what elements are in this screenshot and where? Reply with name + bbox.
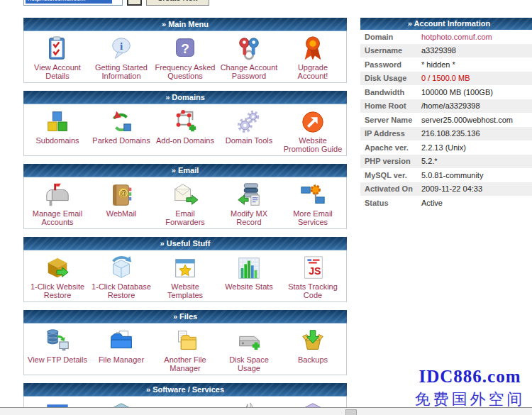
menu-item-label: Parked Domains [91,136,151,145]
menu-item-label: View FTP Details [26,355,89,364]
folder-blue-icon [108,327,135,355]
svg-text:?: ? [181,41,189,56]
question-mark-icon: ? [172,35,199,63]
award-ribbon-icon [299,35,326,63]
account-info-row: Activated On2009-11-22 04:33 [360,182,532,197]
menu-item[interactable]: Modify MX Record [217,181,281,226]
account-information-panel: » Account Information Domainhotphoto.com… [360,18,532,210]
menu-item[interactable]: Website Promotion Guide [281,108,345,153]
account-info-row: Usernamea3329398 [360,44,532,58]
create-new-button[interactable]: Create New [146,0,209,6]
svg-text:@: @ [120,189,128,197]
menu-item[interactable]: ?Frequency Asked Questions [153,35,217,80]
js-tracking-icon: JS [299,254,326,282]
menu-item[interactable]: Manage Email Accounts [26,181,89,226]
account-info-row: Apache ver.2.2.13 (Unix) [360,140,532,155]
menu-item-label: Subdomains [34,136,80,145]
menu-item[interactable]: 1-Click Database Restore [89,254,153,299]
account-info-value: * hidden * [421,60,455,69]
account-info-value: server25.000webhost.com [421,116,513,124]
account-select[interactable]: hotphoto.comuf.com [23,0,123,6]
menu-item[interactable]: Change Account Password [217,35,281,80]
account-info-label: MySQL ver. [360,171,421,179]
menu-item-label: Add-on Domains [155,136,216,145]
account-info-label: Bandwidth [360,88,421,96]
account-information-header: » Account Information [360,18,532,30]
menu-item-label: Domain Tools [224,136,274,145]
account-info-value[interactable]: hotphoto.comuf.com [421,33,492,41]
menu-item-label: Website Stats [223,282,275,291]
menu-item[interactable]: View FTP Details [26,327,89,372]
menu-item[interactable]: Parked Domains [89,108,153,153]
email-services-icon [299,181,326,209]
menu-item[interactable]: View Account Details [26,35,89,80]
website-restore-icon [44,254,71,282]
menu-item-label: Website Promotion Guide [281,136,345,153]
menu-item[interactable]: Upgrade Account! [281,35,345,80]
menu-item[interactable]: Backups [281,327,345,372]
account-info-value: Active [421,199,443,207]
account-info-row: Bandwidth100000 MB (100GB) [360,85,532,99]
menu-item[interactable]: Disk Space Usage [217,327,281,372]
watermark: IDC886.com 免费国外空间 [408,367,532,410]
section-body: SubdomainsParked DomainsAdd-on DomainsDo… [23,104,347,156]
account-info-row: PHP version5.2.* [360,155,532,169]
section-header: » Main Menu [23,18,347,31]
ftp-sync-icon [44,327,71,355]
section-body: View Account DetailsiGetting Started Inf… [23,31,347,83]
account-info-label: IP Address [360,129,421,138]
section-main-menu: » Main MenuView Account DetailsiGetting … [23,18,347,83]
bar-chart-icon [235,254,262,282]
menu-item-label: View Account Details [26,63,89,80]
section-useful-stuff: » Useful Stuff1-Click Website Restore1-C… [23,237,347,302]
menu-item-label: Stats Tracking Code [281,282,345,299]
section-email: » EmailManage Email Accounts@WebMailEmai… [23,164,347,229]
menu-item-label: Modify MX Record [217,209,281,226]
account-info-value: 5.0.81-community [421,171,483,179]
account-info-label: Status [360,199,421,207]
menu-item[interactable]: Website Stats [217,254,281,299]
account-info-label: Apache ver. [360,143,421,152]
menu-item[interactable]: File Manager [89,327,153,372]
account-info-value: 2.2.13 (Unix) [421,143,466,152]
menu-item-label: Manage Email Accounts [26,209,89,226]
account-info-value: a3329398 [421,46,456,55]
menu-item-label: Email Forwarders [153,209,217,226]
section-files: » FilesView FTP DetailsFile ManagerAnoth… [23,310,347,375]
menu-item[interactable]: Email Forwarders [153,181,217,226]
account-info-row: Domainhotphoto.comuf.com [360,30,532,44]
section-body: Manage Email Accounts@WebMailEmail Forwa… [23,177,347,229]
account-switcher-bar: hotphoto.comuf.com Go Create New [23,0,209,6]
horizontal-scrollbar-thumb[interactable] [345,409,357,415]
menu-item[interactable]: Website Templates [153,254,217,299]
menu-item-label: Disk Space Usage [217,355,281,372]
account-info-label: Domain [360,33,421,41]
menu-item[interactable]: JSStats Tracking Code [281,254,345,299]
menu-item[interactable]: Add-on Domains [153,108,217,153]
envelope-forward-icon [172,181,199,209]
menu-item[interactable]: iGetting Started Information [89,35,153,80]
section-domains: » DomainsSubdomainsParked DomainsAdd-on … [23,91,347,156]
menu-item[interactable]: Domain Tools [217,108,281,153]
menu-item-label: WebMail [105,209,138,218]
go-button[interactable]: Go [127,0,142,6]
svg-text:JS: JS [309,265,321,277]
account-select-value: hotphoto.comuf.com [26,0,112,4]
account-info-label: Server Name [360,116,421,124]
account-info-value: 2009-11-22 04:33 [421,184,482,193]
svg-text:i: i [120,40,123,52]
account-info-value: 5.2.* [421,157,438,165]
menu-item[interactable]: @WebMail [89,181,153,226]
account-information-rows: Domainhotphoto.comuf.comUsernamea3329398… [360,30,532,210]
horizontal-scrollbar[interactable] [0,407,532,415]
menu-item[interactable]: More Email Services [281,181,345,226]
menu-item[interactable]: Subdomains [26,108,89,153]
menu-item-label: Upgrade Account! [281,63,345,80]
address-book-icon: @ [108,181,135,209]
menu-item[interactable]: 1-Click Website Restore [26,254,89,299]
account-info-label: Username [360,46,421,55]
menu-item-label: More Email Services [281,209,345,226]
gears-icon [235,108,262,136]
mailbox-icon [44,181,71,209]
menu-item[interactable]: Another File Manager [153,327,217,372]
